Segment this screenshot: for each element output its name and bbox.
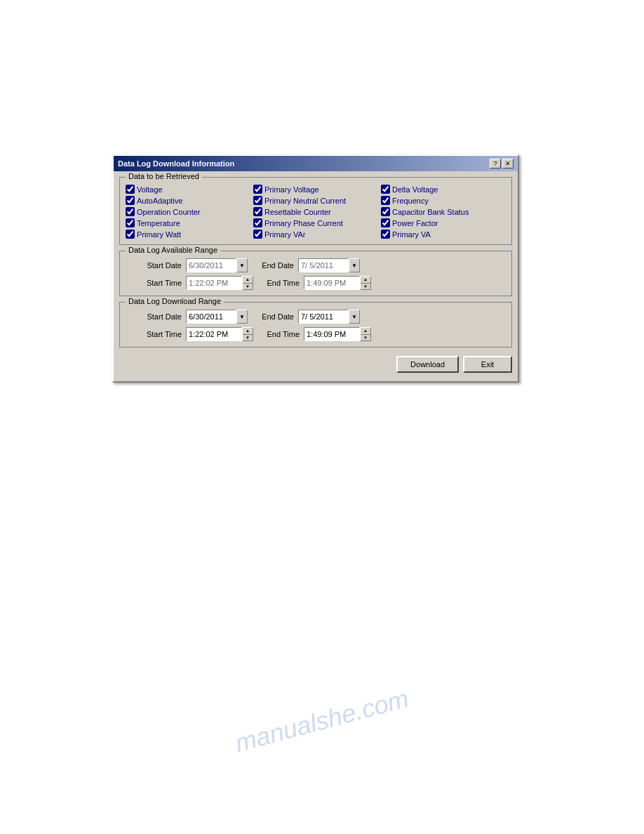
watermark: manualshe.com	[232, 684, 412, 758]
frequency-checkbox[interactable]	[381, 196, 390, 205]
checkbox-primary-voltage[interactable]: Primary Voltage	[253, 185, 378, 194]
dl-end-date-input[interactable]	[298, 310, 349, 324]
avail-end-date-field[interactable]: ▼	[298, 258, 360, 272]
primary-neutral-label: Primary Neutral Current	[264, 197, 346, 205]
primary-phase-label: Primary Phase Current	[264, 219, 343, 227]
avail-end-time-spinner: ▲ ▼	[360, 276, 371, 290]
dl-start-time-field[interactable]: ▲ ▼	[186, 327, 253, 341]
avail-end-time-field[interactable]: ▲ ▼	[304, 276, 371, 290]
temperature-checkbox[interactable]	[126, 218, 135, 227]
available-range-form: Start Date ▼ End Date ▼ Start Time	[126, 258, 506, 290]
avail-start-time-input	[186, 276, 242, 290]
title-bar: Data Log Download Information ? ✕	[114, 156, 518, 171]
dl-end-time-label: End Time	[257, 330, 300, 338]
cap-bank-status-label: Capacitor Bank Status	[392, 208, 469, 216]
available-time-row: Start Time ▲ ▼ End Time ▲	[126, 276, 506, 290]
download-range-legend: Data Log Download Range	[126, 297, 224, 305]
checkboxes-grid: Voltage Primary Voltage Delta Voltage Au…	[126, 185, 506, 239]
avail-end-date-input	[298, 258, 349, 272]
checkbox-cap-bank-status[interactable]: Capacitor Bank Status	[381, 207, 506, 216]
delta-voltage-checkbox[interactable]	[381, 185, 390, 194]
dl-end-time-up[interactable]: ▲	[361, 328, 370, 335]
help-button[interactable]: ?	[490, 159, 501, 168]
voltage-label: Voltage	[137, 185, 163, 194]
primary-watt-label: Primary Watt	[137, 230, 181, 239]
dl-end-date-field[interactable]: ▼	[298, 310, 360, 324]
power-factor-label: Power Factor	[392, 219, 438, 227]
checkbox-primary-phase[interactable]: Primary Phase Current	[253, 218, 378, 227]
dialog-wrapper: Data Log Download Information ? ✕ Data t…	[112, 154, 519, 383]
avail-end-date-label: End Date	[252, 261, 294, 270]
checkbox-operation-counter[interactable]: Operation Counter	[126, 207, 250, 216]
primary-voltage-checkbox[interactable]	[253, 185, 262, 194]
dl-end-time-down[interactable]: ▼	[361, 335, 370, 341]
download-time-row: Start Time ▲ ▼ End Time ▲	[126, 327, 506, 341]
main-dialog: Data Log Download Information ? ✕ Data t…	[112, 154, 519, 383]
voltage-checkbox[interactable]	[126, 185, 135, 194]
primary-var-checkbox[interactable]	[253, 230, 262, 239]
dl-start-date-field[interactable]: ▼	[186, 310, 248, 324]
avail-start-date-input	[186, 258, 236, 272]
dl-end-time-field[interactable]: ▲ ▼	[304, 327, 371, 341]
primary-va-checkbox[interactable]	[381, 230, 390, 239]
checkbox-delta-voltage[interactable]: Delta Voltage	[381, 185, 506, 194]
available-range-legend: Data Log Available Range	[126, 246, 220, 254]
buttons-row: Download Exit	[119, 353, 512, 376]
checkbox-primary-neutral[interactable]: Primary Neutral Current	[253, 196, 378, 205]
avail-start-date-field[interactable]: ▼	[186, 258, 248, 272]
resettable-counter-label: Resettable Counter	[264, 208, 331, 216]
frequency-label: Frequency	[392, 197, 429, 205]
dialog-content: Data to be Retrieved Voltage Primary Vol…	[114, 171, 518, 381]
download-range-form: Start Date ▼ End Date ▼ Start Time	[126, 310, 506, 341]
power-factor-checkbox[interactable]	[381, 218, 390, 227]
available-date-row: Start Date ▼ End Date ▼	[126, 258, 506, 272]
dl-start-time-spinner[interactable]: ▲ ▼	[242, 327, 253, 341]
avail-end-time-up: ▲	[361, 277, 370, 284]
close-button[interactable]: ✕	[502, 159, 514, 168]
avail-start-date-label: Start Date	[126, 261, 182, 270]
checkbox-power-factor[interactable]: Power Factor	[381, 218, 506, 227]
avail-start-time-up: ▲	[243, 277, 253, 284]
primary-phase-checkbox[interactable]	[253, 218, 262, 227]
avail-end-time-down: ▼	[361, 284, 370, 290]
exit-button[interactable]: Exit	[463, 356, 512, 373]
avail-end-time-label: End Time	[257, 279, 300, 287]
dl-start-date-label: Start Date	[126, 312, 182, 321]
dl-start-time-label: Start Time	[126, 330, 182, 338]
operation-counter-checkbox[interactable]	[126, 207, 135, 216]
dl-end-date-label: End Date	[252, 312, 294, 321]
checkbox-primary-var[interactable]: Primary VAr	[253, 230, 378, 239]
dl-start-date-input[interactable]	[186, 310, 236, 324]
avail-start-time-label: Start Time	[126, 279, 182, 287]
dl-end-date-dropdown[interactable]: ▼	[349, 310, 360, 324]
avail-start-date-dropdown: ▼	[236, 258, 248, 272]
data-retrieved-group: Data to be Retrieved Voltage Primary Vol…	[119, 177, 512, 245]
dl-end-time-input[interactable]	[304, 327, 360, 341]
checkbox-primary-watt[interactable]: Primary Watt	[126, 230, 250, 239]
data-retrieved-legend: Data to be Retrieved	[126, 172, 202, 180]
primary-voltage-label: Primary Voltage	[264, 185, 319, 194]
checkbox-voltage[interactable]: Voltage	[126, 185, 250, 194]
checkbox-temperature[interactable]: Temperature	[126, 218, 250, 227]
primary-neutral-checkbox[interactable]	[253, 196, 262, 205]
dl-start-time-up[interactable]: ▲	[243, 328, 253, 335]
checkbox-resettable-counter[interactable]: Resettable Counter	[253, 207, 378, 216]
avail-start-time-field[interactable]: ▲ ▼	[186, 276, 253, 290]
avail-start-time-spinner: ▲ ▼	[242, 276, 253, 290]
dl-start-time-down[interactable]: ▼	[243, 335, 253, 341]
dl-start-time-input[interactable]	[186, 327, 242, 341]
resettable-counter-checkbox[interactable]	[253, 207, 262, 216]
primary-watt-checkbox[interactable]	[126, 230, 135, 239]
avail-end-date-dropdown: ▼	[349, 258, 360, 272]
download-button[interactable]: Download	[396, 356, 459, 373]
checkbox-primary-va[interactable]: Primary VA	[381, 230, 506, 239]
autoadaptive-label: AutoAdaptive	[137, 197, 182, 205]
title-bar-controls: ? ✕	[490, 159, 514, 168]
checkbox-frequency[interactable]: Frequency	[381, 196, 506, 205]
cap-bank-status-checkbox[interactable]	[381, 207, 390, 216]
dl-end-time-spinner[interactable]: ▲ ▼	[360, 327, 371, 341]
checkbox-autoadaptive[interactable]: AutoAdaptive	[126, 196, 250, 205]
dl-start-date-dropdown[interactable]: ▼	[236, 310, 248, 324]
primary-va-label: Primary VA	[392, 230, 431, 239]
autoadaptive-checkbox[interactable]	[126, 196, 135, 205]
